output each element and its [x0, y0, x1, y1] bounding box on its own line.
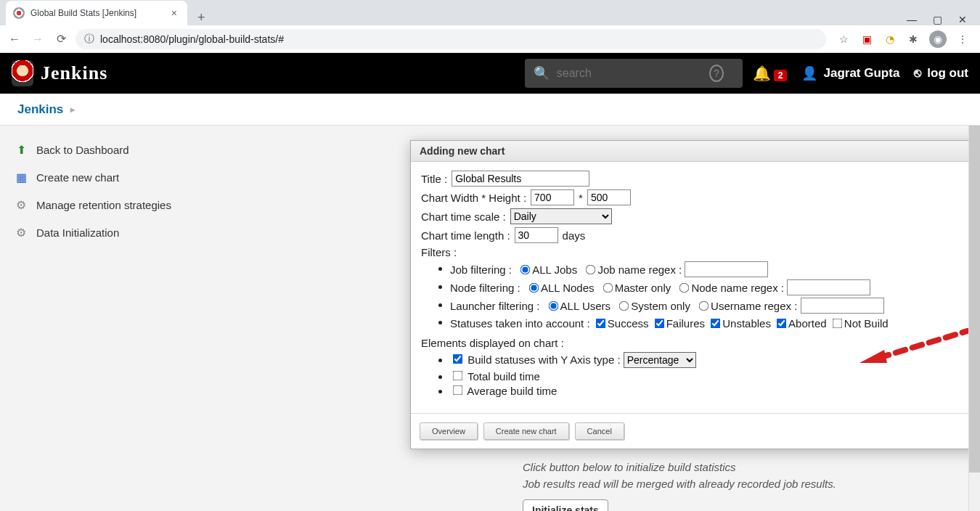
job-regex-input[interactable] [685, 261, 768, 277]
timescale-select[interactable]: Daily [510, 208, 612, 224]
browser-tab-strip: Global Build Stats [Jenkins] × + — ▢ ✕ [0, 0, 980, 25]
user-regex-input[interactable] [801, 298, 884, 314]
page-scrollbar[interactable] [968, 126, 980, 511]
not-build-checkbox[interactable] [832, 318, 842, 328]
sidebar-item-create-chart[interactable]: ▦ Create new chart [0, 163, 247, 191]
kebab-menu-icon[interactable]: ⋮ [955, 32, 970, 46]
scrollbar-thumb[interactable] [969, 126, 980, 473]
breadcrumb-root[interactable]: Jenkins [17, 102, 63, 117]
build-statuses-row: Build statuses with Y Axis type : Percen… [450, 352, 980, 368]
init-block: Click button below to initialize build s… [523, 459, 836, 511]
search-icon: 🔍 [534, 65, 550, 81]
all-jobs-radio[interactable] [520, 264, 531, 274]
timelength-label: Chart time length : [421, 229, 510, 242]
minimize-icon[interactable]: — [907, 14, 917, 25]
node-regex-input[interactable] [787, 279, 870, 295]
build-statuses-checkbox[interactable] [453, 353, 463, 364]
sidebar-item-label: Manage retention strategies [36, 199, 171, 211]
mcafee-icon[interactable]: ▣ [859, 32, 874, 46]
logout-icon: ⎋ [914, 66, 921, 81]
aborted-checkbox[interactable] [777, 318, 787, 328]
success-checkbox[interactable] [595, 318, 605, 328]
url-box[interactable]: ⓘ localhost:8080/plugin/global-build-sta… [75, 29, 826, 49]
site-info-icon[interactable]: ⓘ [84, 33, 94, 46]
init-text-1: Click button below to initialize build s… [523, 459, 836, 476]
avg-build-time-row: Average build time [450, 385, 980, 397]
user-icon: 👤 [801, 65, 817, 81]
node-filtering-row: Node filtering : ALL Nodes Master only N… [450, 279, 980, 295]
master-only-radio[interactable] [603, 282, 613, 293]
failures-checkbox[interactable] [654, 318, 664, 328]
timelength-input[interactable] [515, 227, 558, 243]
arrow-up-icon: ⬆ [13, 142, 29, 158]
forward-button[interactable]: → [29, 33, 46, 46]
filters-label: Filters : [421, 246, 457, 258]
jenkins-favicon [13, 7, 25, 19]
all-users-radio[interactable] [548, 301, 558, 311]
sidebar-item-dashboard[interactable]: ⬆ Back to Dashboard [0, 136, 247, 163]
notifications[interactable]: 🔔2 [753, 65, 788, 82]
user-name: Jagrat Gupta [823, 66, 899, 81]
round-ext-icon[interactable]: ◔ [883, 32, 897, 46]
jenkins-logo-icon [12, 60, 33, 86]
statuses-row: Statuses taken into account : Success Fa… [450, 316, 980, 330]
gear-icon: ⚙ [13, 197, 29, 213]
overview-button[interactable]: Overview [420, 422, 478, 440]
address-bar: ← → ⟳ ⓘ localhost:8080/plugin/global-bui… [0, 25, 980, 53]
total-build-time-checkbox[interactable] [453, 370, 463, 380]
logout-link[interactable]: ⎋ log out [914, 66, 968, 81]
jenkins-logo[interactable]: Jenkins [12, 60, 107, 86]
user-link[interactable]: 👤 Jagrat Gupta [801, 65, 899, 81]
unstables-checkbox[interactable] [711, 318, 721, 328]
browser-tab[interactable]: Global Build Stats [Jenkins] × [6, 1, 187, 25]
url-text: localhost:8080/plugin/global-build-stats… [100, 33, 284, 45]
timescale-label: Chart time scale : [421, 210, 506, 223]
bookmark-icon[interactable]: ☆ [836, 32, 851, 46]
chart-height-input[interactable] [587, 189, 631, 205]
main-content: Click button below to initialize build s… [247, 126, 980, 511]
chart-width-input[interactable] [531, 189, 574, 205]
search-box[interactable]: 🔍 ? [525, 59, 743, 88]
jenkins-logo-text: Jenkins [41, 62, 107, 84]
job-regex-radio[interactable] [586, 264, 596, 274]
create-chart-button[interactable]: Create new chart [483, 422, 569, 440]
chart-plus-icon: ▦ [13, 169, 29, 185]
node-regex-radio[interactable] [679, 282, 690, 293]
all-nodes-radio[interactable] [529, 282, 539, 293]
dialog-title: Adding new chart [411, 141, 980, 162]
dims-label: Chart Width * Height : [421, 192, 526, 204]
gear-icon: ⚙ [13, 224, 29, 240]
statuses-label: Statuses taken into account : [450, 317, 590, 330]
system-only-radio[interactable] [619, 301, 629, 311]
logout-label: log out [927, 66, 968, 81]
avg-build-time-checkbox[interactable] [453, 385, 463, 395]
sidebar: ⬆ Back to Dashboard ▦ Create new chart ⚙… [0, 126, 247, 511]
sidebar-item-label: Back to Dashboard [36, 144, 129, 156]
bell-icon: 🔔 [753, 65, 771, 81]
sidebar-item-label: Data Initialization [36, 226, 119, 239]
new-tab-button[interactable]: + [187, 10, 216, 25]
close-tab-icon[interactable]: × [168, 7, 180, 19]
sidebar-item-data-init[interactable]: ⚙ Data Initialization [0, 218, 247, 246]
profile-avatar[interactable]: ◉ [929, 30, 947, 48]
days-label: days [563, 229, 586, 242]
job-filtering-row: Job filtering : ALL Jobs Job name regex … [450, 261, 980, 277]
breadcrumb-sep-icon: ▸ [70, 105, 75, 115]
job-filtering-label: Job filtering : [450, 263, 512, 276]
back-button[interactable]: ← [6, 33, 23, 46]
close-window-icon[interactable]: ✕ [958, 14, 967, 25]
chart-title-input[interactable] [452, 171, 589, 187]
extensions-icon[interactable]: ✱ [906, 32, 920, 46]
yaxis-type-select[interactable]: Percentage [624, 352, 696, 368]
user-regex-radio[interactable] [699, 301, 709, 311]
maximize-icon[interactable]: ▢ [933, 14, 942, 25]
new-chart-dialog: Adding new chart Title : Chart Width * H… [410, 140, 980, 449]
help-icon[interactable]: ? [709, 65, 724, 82]
cancel-button[interactable]: Cancel [575, 422, 624, 440]
initialize-stats-button[interactable]: Initialize stats [523, 499, 608, 511]
jenkins-header: Jenkins 🔍 ? 🔔2 👤 Jagrat Gupta ⎋ log out [0, 53, 980, 94]
reload-button[interactable]: ⟳ [52, 32, 70, 46]
sidebar-item-retention[interactable]: ⚙ Manage retention strategies [0, 191, 247, 218]
search-input[interactable] [557, 67, 702, 80]
launcher-filtering-row: Launcher filtering : ALL Users System on… [450, 298, 980, 314]
